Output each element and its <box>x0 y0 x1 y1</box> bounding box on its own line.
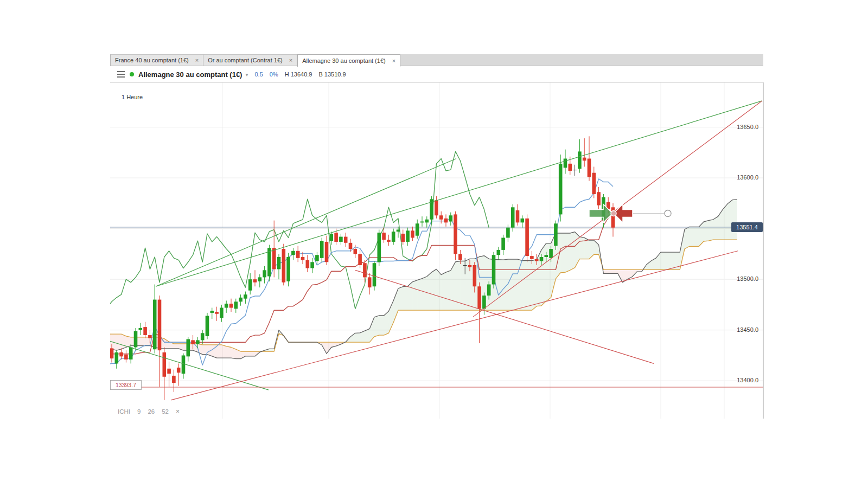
candle-body <box>573 170 577 170</box>
y-axis-label: 13400.0 <box>722 377 758 383</box>
ichimoku-cloud <box>723 204 727 240</box>
ichimoku-cloud <box>250 351 255 356</box>
ichimoku-cloud <box>403 286 408 310</box>
candle-body <box>482 296 486 309</box>
candle-body <box>382 233 386 240</box>
candle-body <box>501 237 505 249</box>
candle-body <box>530 256 534 259</box>
candle-body <box>301 257 305 260</box>
candle-body <box>463 265 467 266</box>
ichimoku-cloud <box>579 237 584 259</box>
tab-close-icon[interactable]: × <box>392 58 395 64</box>
candle-body <box>521 219 525 222</box>
current-price-badge: 13551.4 <box>731 222 763 232</box>
candle-body <box>163 352 167 377</box>
candle-body <box>354 249 358 254</box>
candle-body <box>248 279 252 291</box>
candle-body <box>182 355 186 374</box>
timeframe-label[interactable]: 1 Heure <box>122 94 143 100</box>
chikou-line <box>0 151 489 383</box>
ichimoku-cloud <box>603 269 608 273</box>
candle-body <box>358 254 362 265</box>
ichimoku-cloud <box>422 277 427 310</box>
ichimoku-cloud <box>685 227 690 249</box>
candle-body <box>597 192 601 205</box>
ichimoku-cloud <box>690 227 694 246</box>
candle-body <box>477 286 481 309</box>
ichimoku-cloud <box>379 316 384 335</box>
ichimoku-cloud <box>718 209 723 240</box>
candle-body <box>583 158 586 161</box>
ichimoku-cloud <box>269 349 274 351</box>
candle-body <box>454 214 457 254</box>
tab-label: Allemagne 30 au comptant (1€) <box>302 57 385 64</box>
ichimoku-cloud <box>122 334 126 349</box>
ichimoku-cloud <box>393 288 398 323</box>
candle-body <box>368 277 372 287</box>
candle-body <box>378 233 381 262</box>
candle-body <box>167 369 171 374</box>
candle-body <box>277 257 281 269</box>
candle-body <box>210 311 214 313</box>
ichimoku-cloud <box>713 216 718 240</box>
candle-body <box>511 207 515 227</box>
candle-body <box>506 228 510 238</box>
ichimoku-cloud <box>666 252 671 269</box>
candle-body <box>592 173 596 194</box>
indicator-param: 26 <box>148 408 155 415</box>
marker-anchor-dot <box>611 211 616 216</box>
candle-body <box>172 376 176 383</box>
candle-body <box>148 335 152 338</box>
candle-body <box>320 241 324 258</box>
ichimoku-cloud <box>732 200 737 240</box>
candle-body <box>397 229 400 232</box>
indicator-param: 9 <box>137 408 141 415</box>
candle-body <box>492 255 496 284</box>
candle-body <box>306 260 310 268</box>
candle-body <box>516 210 520 222</box>
candle-body <box>473 265 477 286</box>
candle-body <box>406 230 410 242</box>
level-line-label: 13393.7 <box>110 380 142 390</box>
ichimoku-cloud <box>226 346 231 358</box>
indicator-remove-icon[interactable]: × <box>176 408 180 415</box>
y-axis-label: 13650.0 <box>722 124 758 130</box>
ichimoku-cloud <box>499 260 503 311</box>
candle-body <box>487 285 491 296</box>
ichimoku-cloud <box>441 272 446 310</box>
candle-body <box>177 368 181 373</box>
candle-body <box>468 265 472 267</box>
ichimoku-cloud <box>446 271 451 310</box>
ichimoku-cloud <box>532 260 537 311</box>
candle-body <box>134 331 138 348</box>
ichimoku-cloud <box>369 317 374 342</box>
candle-body <box>564 159 567 168</box>
candle-body <box>578 151 582 169</box>
candle-body <box>330 234 334 241</box>
candle-body <box>439 215 443 219</box>
candle-body <box>139 328 143 330</box>
ichimoku-cloud <box>513 259 518 310</box>
tab-allemagne-30[interactable]: Allemagne 30 au comptant (1€) × <box>297 54 400 67</box>
candle-body <box>196 340 200 344</box>
candle-body <box>549 249 553 258</box>
candle-body <box>435 200 438 215</box>
ichimoku-cloud <box>661 252 666 269</box>
candle-body <box>187 339 190 357</box>
ichimoku-cloud <box>671 252 675 269</box>
candle-body <box>272 248 276 269</box>
ichimoku-cloud <box>117 334 122 350</box>
candle-body <box>588 159 591 177</box>
candle-body <box>206 316 209 336</box>
candle-body <box>411 230 414 237</box>
ichimoku-cloud <box>432 269 437 310</box>
ichimoku-cloud <box>427 272 432 310</box>
candle-body <box>244 294 247 298</box>
candle-body <box>239 298 242 301</box>
candle-body <box>153 300 157 350</box>
candle-body <box>191 340 195 344</box>
ichimoku-cloud <box>417 279 422 310</box>
candle-body <box>263 270 266 277</box>
ichimoku-cloud <box>145 337 150 346</box>
ichimoku-cloud <box>727 200 732 240</box>
